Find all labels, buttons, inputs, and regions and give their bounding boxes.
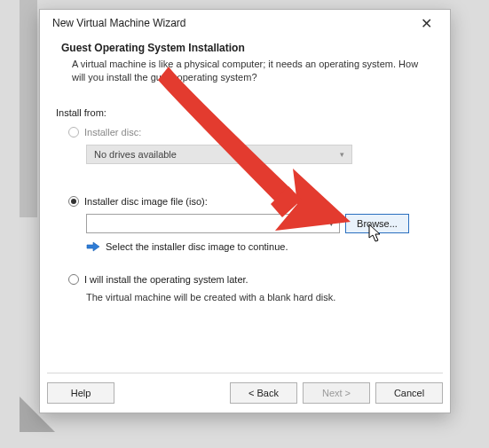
cursor-icon	[368, 224, 383, 243]
button-bar: Help < Back Next > Cancel	[47, 382, 443, 404]
option-installer-disc: Installer disc: No drives available ▾	[68, 127, 434, 164]
radio-label-later: I will install the operating system late…	[84, 274, 248, 285]
radio-icon	[68, 127, 79, 138]
drive-dropdown: No drives available ▾	[86, 145, 352, 164]
page-heading: Guest Operating System Installation	[61, 42, 434, 54]
window-title: New Virtual Machine Wizard	[52, 17, 186, 29]
radio-label-iso: Installer disc image file (iso):	[84, 196, 208, 207]
cancel-button[interactable]: Cancel	[375, 382, 443, 404]
page-description: A virtual machine is like a physical com…	[72, 58, 434, 84]
chevron-down-icon: ▾	[340, 150, 344, 159]
background-strip	[20, 0, 37, 217]
dialog-content: Guest Operating System Installation A vi…	[40, 36, 450, 303]
radio-icon	[68, 274, 79, 285]
option-later: I will install the operating system late…	[68, 274, 434, 303]
iso-hint-text: Select the installer disc image to conti…	[106, 241, 288, 252]
titlebar: New Virtual Machine Wizard ✕	[40, 10, 450, 36]
back-button[interactable]: < Back	[230, 382, 297, 404]
radio-icon	[68, 196, 79, 207]
separator	[47, 373, 443, 373]
close-icon[interactable]: ✕	[412, 13, 441, 34]
drive-dropdown-text: No drives available	[94, 149, 177, 160]
wizard-dialog: New Virtual Machine Wizard ✕ Guest Opera…	[39, 9, 451, 413]
radio-label-disc: Installer disc:	[84, 127, 141, 138]
arrow-right-icon	[86, 240, 100, 253]
later-description: The virtual machine will be created with…	[86, 292, 434, 303]
install-from-label: Install from:	[56, 107, 434, 118]
help-button[interactable]: Help	[47, 382, 114, 404]
chevron-down-icon[interactable]: ▾	[329, 219, 334, 228]
next-button: Next >	[303, 382, 370, 404]
radio-later[interactable]: I will install the operating system late…	[68, 274, 434, 285]
radio-installer-disc: Installer disc:	[68, 127, 434, 138]
iso-path-input[interactable]: ▾	[86, 214, 340, 233]
radio-iso[interactable]: Installer disc image file (iso):	[68, 196, 434, 207]
